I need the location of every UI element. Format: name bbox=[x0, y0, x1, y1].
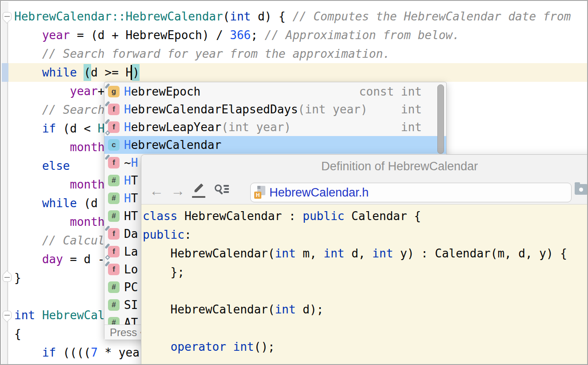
completion-item-label: Da bbox=[124, 225, 138, 243]
completion-item-label: HebrewEpoch bbox=[124, 83, 200, 100]
completion-item-label: HT bbox=[124, 207, 138, 225]
definition-popup-title: Definition of HebrewCalendar bbox=[141, 155, 588, 177]
code-line: int HebrewCal bbox=[14, 306, 105, 325]
code-line: operator int(); bbox=[143, 337, 275, 356]
magnifier-icon bbox=[215, 185, 222, 192]
forward-icon[interactable]: → bbox=[171, 177, 185, 205]
completion-item-label: Lo bbox=[124, 261, 138, 278]
completion-item-type: int bbox=[401, 118, 422, 136]
pencil-icon bbox=[193, 183, 204, 193]
macro-icon: # bbox=[108, 193, 120, 204]
completion-item-label: La bbox=[124, 243, 138, 261]
completion-item-label: PC bbox=[124, 278, 138, 296]
code-line: // Search bbox=[14, 100, 105, 119]
completion-item-label: HebrewCalendar bbox=[124, 136, 221, 154]
magnifier-handle bbox=[219, 190, 223, 195]
completion-item-label: AT bbox=[124, 314, 138, 325]
completion-item-label: HT bbox=[124, 172, 138, 189]
function-icon: f bbox=[108, 228, 120, 240]
completion-item-type: int bbox=[401, 100, 422, 118]
code-line: year = (d + HebrewEpoch) / 366; // Appro… bbox=[14, 26, 460, 44]
code-line: while (d >= H) bbox=[14, 63, 140, 82]
pen-overlay-icon bbox=[104, 243, 110, 249]
header-file-icon: H bbox=[254, 186, 266, 199]
code-line: // Calcul bbox=[14, 231, 105, 250]
file-selector[interactable]: H HebrewCalendar.h bbox=[250, 183, 572, 202]
file-name-link[interactable]: HebrewCalendar.h bbox=[269, 183, 369, 202]
code-line: day = d - bbox=[14, 250, 105, 269]
code-line: month bbox=[14, 213, 105, 231]
function-icon: f bbox=[108, 121, 120, 133]
code-line: if (d < H bbox=[14, 119, 105, 138]
completion-item-label: HebrewLeapYear(int year) bbox=[124, 118, 291, 136]
code-line: // Search forward for year from the appr… bbox=[14, 44, 390, 63]
code-line: HebrewCalendar(int m, int d, int y) : Ca… bbox=[143, 244, 567, 263]
code-line: }; bbox=[143, 263, 184, 281]
macro-icon: # bbox=[108, 317, 120, 325]
function-icon: f bbox=[108, 264, 120, 275]
completion-item-type: const int bbox=[359, 83, 422, 100]
pen-overlay-icon bbox=[104, 83, 110, 89]
class-icon: c bbox=[108, 139, 120, 151]
global-variable-icon: g bbox=[108, 86, 120, 97]
definition-popup: Definition of HebrewCalendar ← → H bbox=[141, 154, 588, 365]
macro-icon: # bbox=[108, 281, 120, 293]
code-line: else bbox=[14, 156, 70, 175]
code-line: month bbox=[14, 138, 105, 156]
code-line: while (d bbox=[14, 194, 98, 213]
completion-item-label: SI bbox=[124, 296, 138, 314]
code-line: class HebrewCalendar : public Calendar { bbox=[143, 207, 421, 225]
function-icon: f bbox=[108, 104, 120, 115]
completion-scrollbar-thumb[interactable] bbox=[437, 84, 444, 154]
diamond-overlay-icon bbox=[105, 255, 110, 260]
completion-item-label: HebrewCalendarElapsedDays(int year) bbox=[124, 100, 368, 118]
macro-icon: # bbox=[108, 210, 120, 222]
completion-item-label: HT bbox=[124, 189, 138, 207]
pencil-underline bbox=[192, 196, 205, 198]
completion-item[interactable]: fHebrewCalendarElapsedDays(int year)int bbox=[104, 100, 446, 118]
pen-overlay-icon bbox=[104, 261, 110, 267]
folder-icon[interactable] bbox=[575, 184, 588, 195]
completion-item[interactable]: gHebrewEpochconst int bbox=[104, 83, 446, 100]
back-icon[interactable]: ← bbox=[149, 177, 164, 205]
completion-item-label: ~H bbox=[124, 154, 138, 172]
pen-overlay-icon bbox=[104, 225, 110, 231]
code-line: year+ bbox=[14, 82, 105, 100]
definition-code-preview: class HebrewCalendar : public Calendar {… bbox=[141, 205, 588, 365]
macro-icon: # bbox=[108, 175, 120, 186]
code-line: { bbox=[14, 325, 21, 343]
code-line: public: bbox=[143, 225, 192, 244]
ide-window: HebrewCalendar::HebrewCalendar(int d) { … bbox=[0, 0, 588, 365]
macro-icon: # bbox=[108, 299, 120, 311]
function-icon: f bbox=[108, 246, 120, 257]
function-icon: f bbox=[108, 157, 120, 168]
pen-overlay-icon bbox=[104, 119, 110, 124]
find-icon[interactable] bbox=[214, 184, 230, 199]
diamond-overlay-icon bbox=[105, 130, 110, 135]
code-line: if ((((7 * yea bbox=[14, 343, 140, 362]
code-line: } bbox=[14, 269, 21, 287]
text-caret bbox=[131, 65, 132, 80]
pen-overlay-icon bbox=[104, 101, 110, 107]
definition-toolbar: ← → H HebrewCalendar.h bbox=[141, 177, 588, 205]
code-line: HebrewCalendar::HebrewCalendar(int d) { … bbox=[14, 7, 571, 26]
code-line: month bbox=[14, 175, 105, 194]
pen-overlay-icon bbox=[104, 154, 110, 160]
completion-item[interactable]: fHebrewLeapYear(int year)int bbox=[104, 118, 446, 136]
code-line: HebrewCalendar(int d); bbox=[143, 300, 324, 319]
completion-item[interactable]: cHebrewCalendar bbox=[104, 136, 446, 154]
